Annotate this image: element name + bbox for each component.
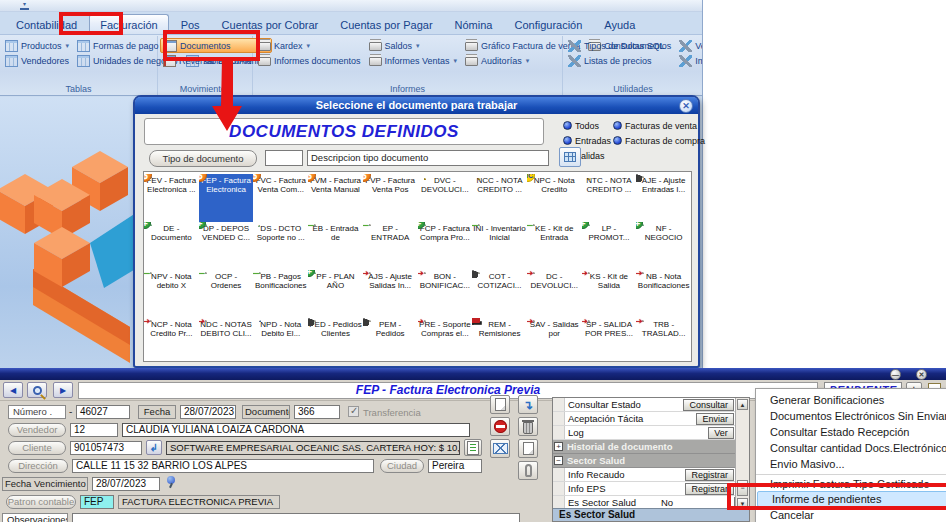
document-type-item[interactable]: EP - ENTRADA POR PREST...	[363, 222, 418, 270]
property-action-button[interactable]: Ver	[708, 427, 734, 439]
ribbon-button[interactable]: Saldos ▾	[366, 38, 461, 53]
ribbon-button[interactable]: Informes Ventas ▾	[366, 53, 461, 68]
document-type-item[interactable]: NTC - NOTA CREDITO ...	[582, 174, 637, 222]
vendedor-code-input[interactable]: 12	[70, 423, 118, 437]
documento-input[interactable]: 366	[294, 405, 340, 419]
context-menu-item[interactable]: Consultar Estado Recepción	[756, 424, 946, 440]
property-action-button[interactable]: Consultar	[683, 399, 734, 411]
cliente-detail-button[interactable]	[464, 439, 482, 456]
document-type-item[interactable]: NB - Nota Bonificaciones	[636, 270, 691, 318]
property-action-button[interactable]: Registrar	[685, 483, 734, 495]
grid-view-button[interactable]	[559, 147, 581, 167]
scroll-up-icon[interactable]: ▲	[737, 399, 748, 410]
ribbon-button[interactable]: Tipos de Documentos ▾	[565, 38, 674, 53]
context-menu-item[interactable]: Documentos Electrónicos Sin Enviar	[756, 408, 946, 424]
document-type-item[interactable]: NF - NEGOCIO ESPECIAL P...	[636, 222, 691, 270]
filter-radio-option[interactable]: Facturas de venta	[613, 118, 699, 133]
import-button[interactable]: ↴	[518, 395, 538, 414]
transferencia-checkbox[interactable]	[348, 406, 359, 417]
context-menu-item[interactable]: Generar Bonificaciones	[756, 392, 946, 408]
menu-tab[interactable]: Configuración	[504, 15, 592, 34]
scroll-thumb[interactable]: ≡	[737, 480, 748, 496]
menu-tab[interactable]: Cuentas por Pagar	[330, 15, 442, 34]
document-type-item[interactable]: FVC - Factura Venta Com...	[253, 174, 308, 222]
document-type-item[interactable]: FEV - Factura Electronica ...	[144, 174, 199, 222]
document-type-item[interactable]: DE - Documento Equivalente	[144, 222, 199, 270]
document-type-item[interactable]: NCC - NOTA CREDITO ...	[472, 174, 527, 222]
cancel-document-button[interactable]	[490, 417, 510, 436]
pin-icon[interactable]	[166, 476, 176, 488]
document-type-item[interactable]: PED - Pedidos Clientes	[308, 318, 363, 362]
document-type-item[interactable]: REM - Remisiones	[472, 318, 527, 362]
context-menu-item[interactable]: Cancelar	[756, 507, 946, 522]
fecha-input[interactable]: 28/07/2023	[180, 405, 236, 419]
document-type-item[interactable]: DP - DEPOS VENDED C...	[199, 222, 254, 270]
document-type-item[interactable]: PB - Pagos Bonificaciones	[253, 270, 308, 318]
document-type-item[interactable]: NCP - Nota Credito Pr...	[144, 318, 199, 362]
search-button[interactable]	[27, 382, 47, 398]
context-menu-item[interactable]: Envio Masivo...	[756, 456, 946, 472]
attach-button[interactable]	[518, 461, 538, 480]
document-type-item[interactable]: SAV - Salidas por vencimientos	[527, 318, 582, 362]
document-type-item[interactable]: FCP - Factura Compra Pro...	[418, 222, 473, 270]
menu-tab[interactable]: Pos	[171, 15, 210, 34]
document-type-item[interactable]: NPD - Nota Debito El...	[253, 318, 308, 362]
direccion-input[interactable]: CALLE 11 15 32 BARRIO LOS ALPES	[72, 459, 374, 473]
property-group-sector-salud[interactable]: − Sector Salud	[553, 454, 749, 468]
document-type-item[interactable]: PF - PLAN AÑO PRODUCTO	[308, 270, 363, 318]
observaciones-input[interactable]	[72, 513, 520, 522]
ciudad-button[interactable]: Ciudad	[380, 459, 424, 473]
document-type-item[interactable]: PRE - Soporte Compras el...	[418, 318, 473, 362]
menu-tab[interactable]: Nómina	[445, 15, 503, 34]
numero-input[interactable]: 46027	[76, 405, 130, 419]
cliente-code-input[interactable]: 901057473	[70, 441, 142, 455]
document-type-item[interactable]: SP - SALIDA POR PRES...	[582, 318, 637, 362]
context-menu-item[interactable]: Consultar cantidad Docs.Electrónicos	[756, 440, 946, 456]
context-menu-item[interactable]: Imprimir Factura Tipo Certificado	[756, 474, 946, 491]
document-type-item[interactable]: EB - Entrada de Bonificacion	[308, 222, 363, 270]
document-type-item[interactable]: TRB - TRASLAD...	[636, 318, 691, 362]
fecha-vencimiento-input[interactable]: 28/07/2023	[92, 477, 160, 491]
property-action-button[interactable]: Enviar	[696, 413, 734, 425]
ciudad-input[interactable]: Pereira	[428, 459, 482, 473]
document-type-item[interactable]: AJE - Ajuste Entradas I...	[636, 174, 691, 222]
vendedor-button[interactable]: Vendedor	[8, 423, 66, 437]
document-type-item[interactable]: DS - DCTO Soporte no ...	[253, 222, 308, 270]
document-type-item[interactable]: FEP - Factura Electronica Previa	[199, 174, 254, 222]
cliente-lookup-button[interactable]: ↲	[146, 440, 162, 455]
expand-icon[interactable]: +	[554, 442, 563, 451]
close-icon[interactable]: ✕	[679, 99, 693, 113]
close-icon[interactable]: ✕	[916, 369, 927, 380]
next-record-button[interactable]: ▶	[53, 382, 73, 398]
context-menu-item[interactable]: Informe de pendientes	[757, 491, 946, 507]
document-type-item[interactable]: OCP - Ordenes Compra Prov...	[199, 270, 254, 318]
menu-tab[interactable]: Contabilidad	[6, 15, 87, 34]
send-email-button[interactable]	[490, 439, 510, 458]
collapse-icon[interactable]: −	[554, 456, 563, 465]
document-type-item[interactable]: AJS - Ajuste Salidas In...	[363, 270, 418, 318]
ribbon-button[interactable]: Productos ▾	[2, 38, 72, 53]
ribbon-button[interactable]: Verificación ▾	[676, 38, 703, 53]
filter-radio-option[interactable]: Todos	[563, 118, 609, 133]
ribbon-button[interactable]: Vendedores ▾	[2, 53, 72, 68]
document-type-item[interactable]: NPC - Nota Credito Electr...	[527, 174, 582, 222]
properties-scrollbar[interactable]: ▲ ≡ ▼	[735, 398, 749, 510]
document-type-item[interactable]: FVM - Factura Venta Manual	[308, 174, 363, 222]
document-type-item[interactable]: BON - BONIFICAC...	[418, 270, 473, 318]
ribbon-button[interactable]: Listas de precios ▾	[565, 53, 674, 68]
patron-contable-button[interactable]: Patron contable	[6, 495, 76, 509]
document-type-item[interactable]: INI - Inventario Inicial	[472, 222, 527, 270]
menu-tab[interactable]: Ayuda	[594, 15, 645, 34]
menu-tab[interactable]: Facturación	[89, 14, 168, 34]
document-type-item[interactable]: KE - Kit de Entrada	[527, 222, 582, 270]
document-type-item[interactable]: DC - DEVOLUCI...	[527, 270, 582, 318]
delete-button[interactable]	[518, 417, 538, 436]
ribbon-button[interactable]: Kardex ▾	[255, 38, 364, 53]
minimize-icon[interactable]: —	[890, 369, 901, 380]
menu-tab[interactable]: Cu­entas por Cobrar	[212, 15, 329, 34]
cliente-button[interactable]: Cliente	[8, 441, 66, 455]
document-type-item[interactable]: PEM - Pedidos Manuales	[363, 318, 418, 362]
document-type-item[interactable]: NPV - Nota debito X Prov...	[144, 270, 199, 318]
ribbon-button[interactable]: Informes documentos ▾	[255, 53, 364, 68]
filter-radio-option[interactable]: Entradas	[563, 133, 609, 148]
